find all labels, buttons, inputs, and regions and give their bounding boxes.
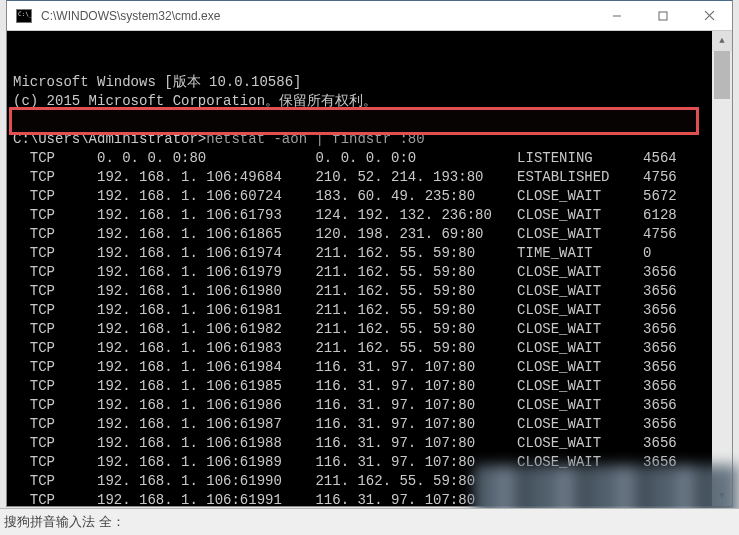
netstat-row: TCP 192. 168. 1. 106:61980 211. 162. 55.… xyxy=(13,282,710,301)
console-line: (c) 2015 Microsoft Corporation。保留所有权利。 xyxy=(13,92,710,111)
netstat-row: TCP 192. 168. 1. 106:61979 211. 162. 55.… xyxy=(13,263,710,282)
console-area[interactable]: Microsoft Windows [版本 10.0.10586](c) 201… xyxy=(7,31,732,506)
netstat-row: TCP 192. 168. 1. 106:60724 183. 60. 49. … xyxy=(13,187,710,206)
netstat-row: TCP 192. 168. 1. 106:61793 124. 192. 132… xyxy=(13,206,710,225)
window-controls xyxy=(594,1,732,30)
window-icon[interactable] xyxy=(7,9,41,23)
console-line xyxy=(13,111,710,130)
netstat-row: TCP 192. 168. 1. 106:61981 211. 162. 55.… xyxy=(13,301,710,320)
console-output: Microsoft Windows [版本 10.0.10586](c) 201… xyxy=(7,31,710,506)
scroll-thumb[interactable] xyxy=(714,51,730,99)
netstat-row: TCP 192. 168. 1. 106:61865 120. 198. 231… xyxy=(13,225,710,244)
prompt-line: C:\Users\Administrator>netstat -aon | fi… xyxy=(13,130,710,149)
netstat-row: TCP 192. 168. 1. 106:61988 116. 31. 97. … xyxy=(13,434,710,453)
close-button[interactable] xyxy=(686,1,732,30)
cmd-window: C:\WINDOWS\system32\cmd.exe Microsoft Wi… xyxy=(6,0,733,507)
console-line: Microsoft Windows [版本 10.0.10586] xyxy=(13,73,710,92)
window-title: C:\WINDOWS\system32\cmd.exe xyxy=(41,9,594,23)
netstat-row: TCP 192. 168. 1. 106:61982 211. 162. 55.… xyxy=(13,320,710,339)
scroll-track[interactable] xyxy=(712,51,732,486)
cmd-icon xyxy=(16,9,32,23)
netstat-row: TCP 192. 168. 1. 106:61983 211. 162. 55.… xyxy=(13,339,710,358)
maximize-button[interactable] xyxy=(640,1,686,30)
netstat-row: TCP 192. 168. 1. 106:61987 116. 31. 97. … xyxy=(13,415,710,434)
scroll-up-button[interactable]: ▲ xyxy=(712,31,732,51)
netstat-row-highlighted: TCP 0. 0. 0. 0:80 0. 0. 0. 0:0 LISTENING… xyxy=(13,149,710,168)
ime-label: 搜狗拼音输入法 全： xyxy=(4,513,125,531)
scrollbar[interactable]: ▲ ▼ xyxy=(712,31,732,506)
svg-rect-1 xyxy=(659,12,667,20)
netstat-row: TCP 192. 168. 1. 106:61984 116. 31. 97. … xyxy=(13,358,710,377)
titlebar[interactable]: C:\WINDOWS\system32\cmd.exe xyxy=(7,1,732,31)
minimize-button[interactable] xyxy=(594,1,640,30)
netstat-row: TCP 192. 168. 1. 106:61974 211. 162. 55.… xyxy=(13,244,710,263)
netstat-row: TCP 192. 168. 1. 106:61986 116. 31. 97. … xyxy=(13,396,710,415)
netstat-row: TCP 192. 168. 1. 106:61985 116. 31. 97. … xyxy=(13,377,710,396)
ime-bar[interactable]: 搜狗拼音输入法 全： xyxy=(0,508,739,535)
netstat-row: TCP 192. 168. 1. 106:49684 210. 52. 214.… xyxy=(13,168,710,187)
